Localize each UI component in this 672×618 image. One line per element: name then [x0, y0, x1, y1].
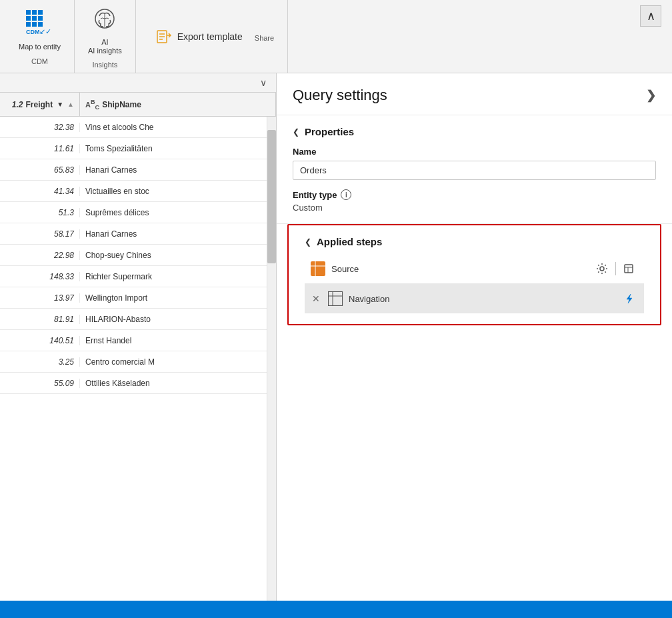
cell-shipname: Richter Supermark [80, 272, 267, 281]
panel-collapse-icon[interactable]: ∨ [256, 76, 271, 89]
cell-freight: 55.09 [0, 379, 80, 388]
svg-rect-5 [38, 16, 43, 21]
col-shipname-header[interactable]: ABC ShipName [80, 93, 276, 116]
map-to-entity-button[interactable]: CDM ↙✓ Map to entity [13, 7, 66, 54]
table-row[interactable]: 51.3 Suprêmes délices [0, 202, 267, 223]
cell-freight: 81.91 [0, 315, 80, 324]
ai-insights-label: AIAI insights [88, 38, 122, 55]
freight-col-name: Freight [26, 100, 53, 109]
cdm-group: CDM ↙✓ Map to entity CDM [5, 0, 75, 73]
shipname-type-label: ABC [85, 99, 99, 111]
data-rows: 32.38 Vins et alcools Che 11.61 Toms Spe… [0, 117, 267, 601]
applied-steps-header[interactable]: ❮ Applied steps [305, 236, 644, 247]
cell-freight: 32.38 [0, 123, 80, 132]
cell-shipname: Suprêmes délices [80, 208, 267, 217]
cell-shipname: Hanari Carnes [80, 229, 267, 239]
table-row[interactable]: 41.34 Victuailles en stoc [0, 181, 267, 202]
navigation-step-label: Navigation [349, 294, 615, 304]
table-row[interactable]: 11.61 Toms Spezialitäten [0, 138, 267, 159]
table-row[interactable]: 81.91 HILARION-Abasto [0, 309, 267, 330]
name-input[interactable] [293, 161, 656, 180]
navigation-flash-button[interactable] [620, 289, 639, 308]
cell-freight: 51.3 [0, 208, 80, 217]
cell-shipname: Wellington Import [80, 293, 267, 303]
cell-freight: 13.97 [0, 293, 80, 303]
step-navigation[interactable]: ✕ Navigation [305, 284, 644, 313]
table-header: 1.2 Freight ▼ ▲ ABC ShipName [0, 93, 276, 117]
query-settings-title: Query settings [293, 87, 387, 104]
source-gear-icon [596, 263, 608, 275]
applied-steps-chevron-icon: ❮ [305, 237, 311, 247]
svg-rect-6 [26, 22, 31, 27]
cell-shipname: Ottilies Käseladen [80, 379, 267, 388]
cell-freight: 65.83 [0, 165, 80, 175]
source-view-icon [623, 263, 635, 275]
table-row[interactable]: 58.17 Hanari Carnes [0, 223, 267, 245]
query-settings-header: Query settings ❯ [277, 73, 672, 115]
entity-type-label: Entity type i [293, 189, 656, 200]
table-row[interactable]: 140.51 Ernst Handel [0, 330, 267, 351]
svg-rect-1 [32, 10, 37, 15]
step-source[interactable]: Source [305, 254, 644, 284]
collapse-icon: ∧ [647, 9, 655, 23]
svg-rect-3 [26, 16, 31, 21]
source-settings-button[interactable] [593, 259, 611, 278]
navigation-step-icon [327, 291, 343, 307]
table-row[interactable]: 55.09 Ottilies Käseladen [0, 373, 267, 394]
toolbar-collapse-button[interactable]: ∧ [640, 5, 661, 27]
svg-text:CDM: CDM [26, 29, 40, 35]
table-row[interactable]: 22.98 Chop-suey Chines [0, 245, 267, 266]
export-template-button[interactable]: Export template [149, 25, 249, 49]
entity-type-value: Custom [293, 203, 656, 213]
export-template-icon [156, 29, 172, 45]
cell-freight: 140.51 [0, 336, 80, 345]
steps-list: Source [305, 254, 644, 313]
properties-chevron-icon: ❮ [293, 127, 299, 137]
svg-rect-8 [38, 22, 43, 27]
source-step-icon [310, 261, 326, 277]
table-row[interactable]: 13.97 Wellington Import [0, 287, 267, 309]
cell-shipname: Centro comercial M [80, 357, 267, 367]
cell-freight: 11.61 [0, 144, 80, 153]
shipname-col-name: ShipName [102, 100, 141, 109]
cell-freight: 22.98 [0, 251, 80, 260]
source-view-button[interactable] [620, 259, 639, 278]
cell-shipname: Toms Spezialitäten [80, 144, 267, 153]
map-to-entity-label: Map to entity [19, 43, 61, 51]
vertical-scrollbar[interactable] [267, 117, 276, 601]
cell-shipname: Ernst Handel [80, 336, 267, 345]
cell-shipname: Victuailles en stoc [80, 187, 267, 196]
navigation-step-actions [620, 289, 639, 308]
ai-insights-button[interactable]: AIAI insights [83, 4, 127, 58]
freight-dropdown-icon[interactable]: ▼ [57, 101, 63, 108]
main-area: ∨ 1.2 Freight ▼ ▲ ABC ShipName 32.38 Vin… [0, 73, 672, 601]
name-field-label: Name [293, 147, 656, 157]
freight-sort-icon: ▲ [67, 101, 74, 108]
cell-shipname: Vins et alcools Che [80, 123, 267, 132]
svg-rect-0 [26, 10, 31, 15]
svg-rect-7 [32, 22, 37, 27]
cell-shipname: Chop-suey Chines [80, 251, 267, 260]
svg-rect-17 [311, 261, 325, 276]
cell-freight: 41.34 [0, 187, 80, 196]
entity-type-info-icon[interactable]: i [341, 189, 351, 200]
col-freight-header[interactable]: 1.2 Freight ▼ ▲ [0, 93, 80, 116]
share-group-label: Share [255, 34, 274, 42]
table-row[interactable]: 32.38 Vins et alcools Che [0, 117, 267, 138]
cell-shipname: HILARION-Abasto [80, 315, 267, 324]
freight-col-label: 1.2 [12, 100, 23, 109]
scrollbar-thumb[interactable] [267, 130, 276, 263]
navigation-flash-icon [623, 293, 635, 305]
navigation-delete-button[interactable]: ✕ [310, 293, 322, 305]
table-row[interactable]: 148.33 Richter Supermark [0, 266, 267, 287]
table-body: 32.38 Vins et alcools Che 11.61 Toms Spe… [0, 117, 276, 601]
table-row[interactable]: 3.25 Centro comercial M [0, 351, 267, 373]
insights-group-label: Insights [92, 61, 117, 69]
cell-shipname: Hanari Carnes [80, 165, 267, 175]
table-row[interactable]: 65.83 Hanari Carnes [0, 159, 267, 181]
source-step-actions [593, 259, 639, 278]
insights-group: AIAI insights Insights [75, 0, 136, 73]
applied-steps-title: Applied steps [317, 236, 382, 247]
properties-header[interactable]: ❮ Properties [293, 126, 656, 137]
expand-panel-button[interactable]: ❯ [646, 88, 656, 103]
